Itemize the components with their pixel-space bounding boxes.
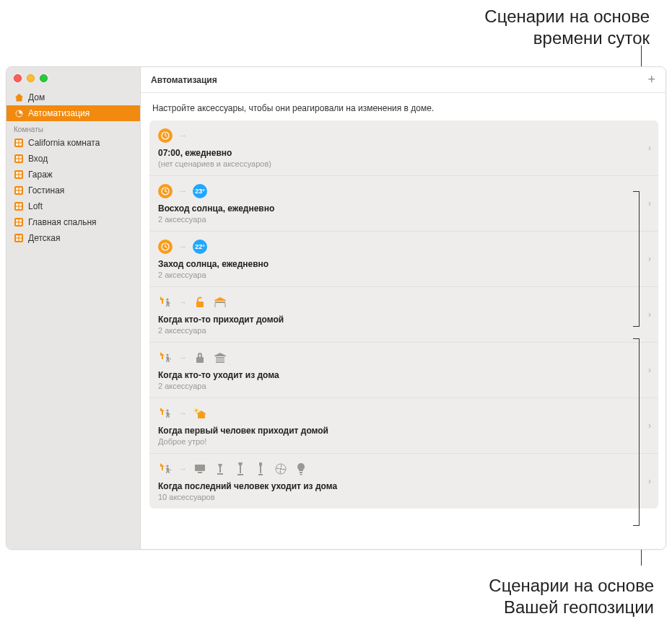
automation-subtitle: 2 аксессуара [158, 326, 638, 335]
automation-icons: → [158, 461, 638, 477]
automation-row[interactable]: →23° Восход солнца, ежедневно 2 аксессуа… [149, 176, 658, 232]
sidebar-section-rooms: Комнаты [6, 121, 140, 135]
svg-rect-35 [19, 239, 22, 242]
page-subtitle: Настройте аксессуары, чтобы они реагиров… [141, 93, 666, 120]
person-arrive-icon [158, 295, 173, 309]
chevron-right-icon: › [648, 365, 651, 375]
svg-rect-46 [198, 472, 202, 473]
sidebar-room-label: Loft [28, 201, 43, 211]
sidebar-room-item[interactable]: Вход [6, 151, 140, 167]
house-icon [14, 92, 24, 102]
sidebar-room-label: Главная спальня [28, 217, 97, 227]
svg-rect-24 [16, 207, 19, 210]
svg-rect-30 [19, 223, 22, 226]
automation-icons: → [158, 294, 638, 310]
svg-rect-26 [14, 218, 23, 227]
automation-title: Когда последний человек уходит из дома [158, 481, 638, 491]
svg-rect-5 [19, 144, 22, 146]
clock-icon [158, 184, 173, 198]
svg-rect-23 [19, 203, 22, 206]
person-arrive-icon [158, 406, 173, 421]
sidebar-room-label: Детская [28, 233, 60, 243]
svg-rect-49 [258, 474, 263, 475]
svg-point-44 [166, 465, 168, 467]
sidebar-room-item[interactable]: Детская [6, 230, 140, 246]
thermostat-icon: 22° [193, 240, 207, 254]
room-tile-icon [14, 185, 24, 195]
automation-title: Восход солнца, ежедневно [158, 203, 638, 214]
sidebar-room-item[interactable]: California комната [6, 135, 140, 151]
automation-row[interactable]: → Когда первый человек приходит домой До… [149, 398, 658, 454]
sidebar-item-label: Автоматизация [28, 108, 90, 118]
automation-icons: →23° [158, 183, 638, 199]
app-window: Дом Автоматизация Комнаты California ком… [6, 66, 666, 550]
svg-rect-8 [19, 156, 22, 159]
automation-list: → 07:00, ежедневно (нет сценариев и аксе… [149, 120, 658, 509]
garage-open-icon [213, 295, 227, 309]
automation-row[interactable]: →22° Заход солнца, ежедневно 2 аксессуар… [149, 232, 658, 287]
automation-row[interactable]: → Когда кто-то приходит домой 2 аксессуа… [149, 287, 658, 343]
sidebar-item-label: Дом [28, 92, 45, 102]
maximize-button[interactable] [40, 74, 48, 82]
sidebar-room-item[interactable]: Гостиная [6, 183, 140, 198]
automation-row[interactable]: → Когда последний человек уходит из дома… [149, 454, 658, 509]
sun-house-icon [193, 406, 207, 421]
automation-icon [14, 108, 24, 118]
svg-rect-33 [19, 235, 22, 238]
automation-subtitle: 2 аксессуара [158, 215, 638, 224]
svg-rect-6 [14, 154, 23, 163]
automation-icons: → [158, 350, 638, 366]
main-content: Автоматизация + Настройте аксессуары, чт… [141, 67, 666, 549]
svg-rect-32 [16, 235, 19, 238]
svg-rect-3 [19, 140, 22, 143]
minimize-button[interactable] [27, 74, 35, 82]
arrow-icon: → [178, 353, 187, 363]
bracket-location [639, 338, 640, 526]
automation-title: 07:00, ежедневно [158, 148, 638, 158]
automation-title: Заход солнца, ежедневно [158, 259, 638, 269]
svg-rect-31 [14, 234, 23, 242]
chevron-right-icon: › [648, 421, 651, 431]
svg-point-42 [166, 409, 168, 411]
main-header: Автоматизация + [141, 67, 666, 93]
automation-icons: → [158, 405, 638, 421]
fan-icon [274, 462, 288, 476]
bulb-icon [294, 462, 308, 476]
clock-icon [158, 128, 173, 143]
svg-rect-27 [16, 219, 19, 222]
lock-open-icon [193, 295, 207, 309]
svg-rect-28 [19, 219, 22, 222]
svg-rect-13 [19, 172, 22, 175]
sidebar-room-item[interactable]: Гараж [6, 167, 140, 183]
automation-title: Когда кто-то приходит домой [158, 315, 638, 325]
floor-lamp-icon [253, 462, 268, 476]
sidebar-item-home[interactable]: Дом [6, 89, 140, 105]
window-controls [6, 71, 140, 89]
sidebar-room-label: Гараж [28, 170, 53, 180]
sidebar-room-item[interactable]: Главная спальня [6, 214, 140, 230]
sidebar-item-automation[interactable]: Автоматизация [6, 105, 140, 121]
close-button[interactable] [14, 74, 22, 82]
svg-rect-7 [16, 156, 19, 159]
chevron-right-icon: › [648, 254, 651, 264]
arrow-icon: → [178, 297, 187, 307]
automation-row[interactable]: → 07:00, ежедневно (нет сценариев и аксе… [149, 120, 658, 176]
automation-subtitle: 2 аксессуара [158, 382, 638, 390]
svg-rect-29 [16, 223, 19, 226]
room-tile-icon [14, 170, 24, 180]
svg-point-43 [195, 409, 198, 412]
svg-rect-19 [16, 191, 19, 194]
svg-rect-17 [16, 188, 19, 190]
tv-icon [193, 462, 207, 476]
svg-rect-16 [14, 186, 23, 195]
svg-rect-21 [14, 202, 23, 211]
svg-rect-47 [259, 462, 262, 466]
automation-row[interactable]: → Когда кто-то уходит из дома 2 аксессуа… [149, 343, 658, 398]
sidebar-room-item[interactable]: Loft [6, 198, 140, 214]
chevron-right-icon: › [648, 309, 651, 320]
automation-icons: → [158, 128, 638, 144]
svg-rect-14 [16, 175, 19, 178]
add-automation-button[interactable]: + [647, 72, 655, 87]
room-tile-icon [14, 138, 24, 148]
automation-subtitle: 2 аксессуара [158, 271, 638, 279]
